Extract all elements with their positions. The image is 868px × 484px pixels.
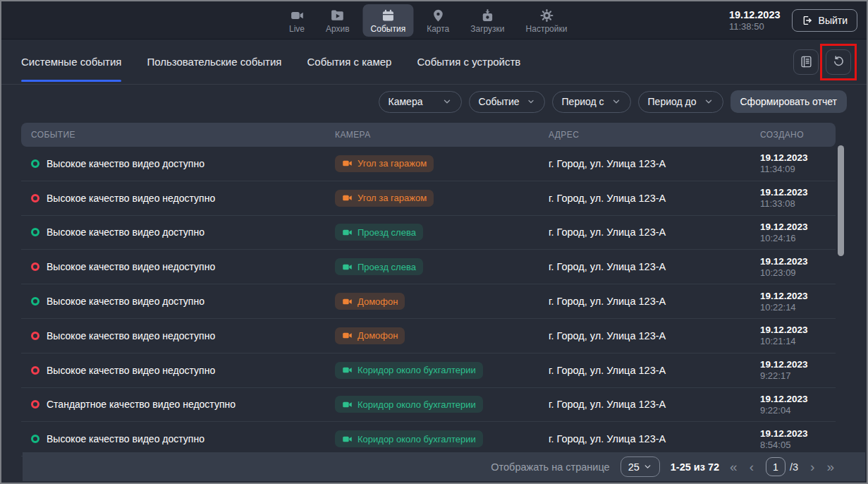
status-icon [31, 159, 39, 168]
nav-item-settings[interactable]: Настройки [518, 4, 575, 37]
table-row[interactable]: Высокое качество видео недоступно Коридо… [21, 353, 836, 388]
camera-badge[interactable]: Проезд слева [335, 258, 423, 275]
nav-item-archive[interactable]: Архив [318, 4, 357, 37]
archive-folder-icon [331, 8, 345, 23]
camera-name: Домофон [357, 330, 398, 341]
total-pages: /3 [790, 461, 798, 473]
camera-badge[interactable]: Домофон [335, 327, 405, 344]
camera-filter-label: Камера [389, 96, 423, 107]
tab-device-events[interactable]: События с устройств [417, 40, 520, 84]
created-time: 10:24:16 [760, 233, 836, 243]
video-camera-icon [290, 8, 304, 23]
camera-badge[interactable]: Угол за гаражом [335, 155, 434, 172]
gear-icon [539, 8, 554, 23]
camera-icon [342, 330, 353, 341]
event-filter-dropdown[interactable]: Событие [469, 91, 545, 113]
nav-item-live[interactable]: Live [281, 4, 312, 37]
datetime: 19.12.2023 11:38:50 [729, 8, 781, 32]
table-row[interactable]: Высокое качество видео недоступно Проезд… [21, 250, 836, 284]
prev-page-button[interactable]: ‹ [750, 460, 754, 473]
table-row[interactable]: Высокое качество видео доступно Проезд с… [21, 216, 836, 250]
period-from-dropdown[interactable]: Период с [552, 91, 631, 113]
nav-item-uploads[interactable]: Загрузки [463, 4, 512, 37]
camera-badge[interactable]: Домофон [335, 293, 405, 310]
refresh-button[interactable] [826, 49, 851, 75]
created-time: 9:22:04 [760, 405, 836, 416]
camera-badge[interactable]: Угол за гаражом [335, 190, 434, 207]
current-date: 19.12.2023 [729, 8, 781, 21]
status-icon [31, 332, 39, 340]
table-row[interactable]: Стандартное качество видео недоступно Ко… [21, 388, 836, 423]
camera-name: Угол за гаражом [357, 193, 427, 203]
map-pin-icon [431, 8, 445, 23]
chevron-down-icon [611, 97, 621, 107]
camera-icon [342, 262, 353, 272]
created-date: 19.12.2023 [760, 325, 836, 335]
camera-icon [342, 296, 353, 307]
table-row[interactable]: Высокое качество видео недоступно Домофо… [21, 319, 836, 353]
period-to-dropdown[interactable]: Период до [638, 91, 723, 113]
created-time: 10:22:14 [760, 302, 836, 313]
nav-label: Настройки [526, 24, 568, 34]
camera-name: Проезд слева [357, 227, 416, 238]
created-time: 8:54:05 [760, 440, 836, 450]
per-page-select[interactable]: 25 [621, 456, 660, 477]
address-text: г. Город, ул. Улица 123-А [549, 193, 666, 204]
status-icon [31, 262, 39, 271]
nav-item-events[interactable]: События [363, 4, 414, 37]
nav-label: События [371, 24, 406, 34]
tabs-row: Системные события Пользовательские событ… [1, 40, 867, 85]
camera-filter-dropdown[interactable]: Камера [379, 91, 462, 113]
scrollbar-thumb[interactable] [838, 145, 844, 256]
status-icon [31, 435, 39, 443]
address-text: г. Город, ул. Улица 123-А [549, 226, 666, 238]
generate-report-button[interactable]: Сформировать отчет [731, 90, 848, 113]
app-window: Live Архив События Карта Загрузки Настро… [0, 0, 868, 484]
current-page-box[interactable]: 1 [766, 457, 786, 476]
camera-icon [342, 399, 353, 410]
table-row[interactable]: Высокое качество видео доступно Домофон … [21, 284, 836, 319]
tab-user-events[interactable]: Пользовательские события [147, 40, 281, 84]
download-icon [480, 8, 494, 23]
report-log-button[interactable] [793, 49, 819, 75]
camera-icon [342, 227, 353, 238]
chevron-down-icon [527, 97, 535, 107]
last-page-button[interactable]: » [826, 460, 834, 473]
created-date: 19.12.2023 [760, 187, 836, 198]
address-text: г. Город, ул. Улица 123-А [549, 330, 666, 341]
chevron-down-icon [643, 462, 652, 471]
calendar-icon [381, 8, 395, 23]
created-time: 9:22:17 [760, 370, 836, 381]
refresh-icon [832, 55, 845, 68]
table-row[interactable]: Высокое качество видео недоступно Угол з… [21, 181, 836, 216]
event-filter-label: Событие [479, 96, 520, 107]
address-text: г. Город, ул. Улица 123-А [549, 261, 666, 272]
camera-name: Коридор около бухгалтерии [357, 365, 476, 375]
logout-button[interactable]: Выйти [792, 9, 857, 32]
camera-badge[interactable]: Проезд слева [335, 224, 423, 241]
created-date: 19.12.2023 [760, 428, 836, 439]
event-text: Высокое качество видео доступно [47, 226, 204, 238]
event-text: Высокое качество видео недоступно [47, 365, 215, 376]
header-address: АДРЕС [549, 130, 760, 140]
tab-camera-events[interactable]: События с камер [307, 40, 391, 84]
tab-label: События с камер [307, 56, 391, 68]
camera-name: Проезд слева [357, 262, 416, 272]
nav-label: Архив [326, 24, 350, 34]
first-page-button[interactable]: « [730, 460, 738, 473]
period-to-label: Период до [648, 96, 697, 107]
range-text: 1-25 из 72 [671, 461, 719, 473]
created-date: 19.12.2023 [760, 291, 836, 301]
camera-badge[interactable]: Коридор около бухгалтерии [335, 396, 483, 413]
nav-item-map[interactable]: Карта [419, 4, 457, 37]
camera-badge[interactable]: Коридор около бухгалтерии [335, 362, 483, 379]
camera-badge[interactable]: Коридор около бухгалтерии [335, 430, 483, 447]
next-page-button[interactable]: › [810, 460, 814, 473]
table-row[interactable]: Высокое качество видео доступно Коридор … [21, 422, 836, 456]
status-icon [31, 297, 39, 305]
created-date: 19.12.2023 [760, 256, 836, 267]
table-row[interactable]: Высокое качество видео доступно Угол за … [21, 147, 836, 181]
address-text: г. Город, ул. Улица 123-А [549, 365, 666, 376]
tab-system-events[interactable]: Системные события [21, 40, 121, 84]
filters-row: Камера Событие Период с Период до Сформи… [1, 85, 867, 119]
